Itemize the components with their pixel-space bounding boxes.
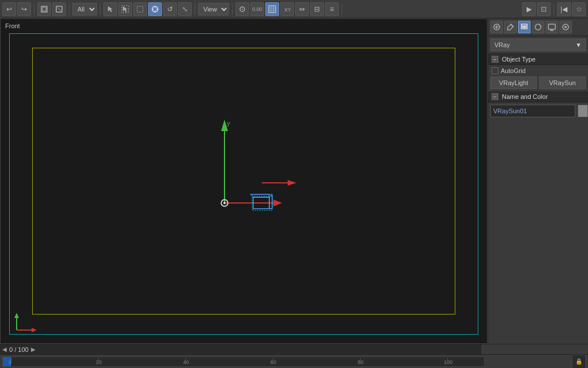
ruler-track: 0 20 40 60 80 100: [2, 356, 485, 367]
move-button[interactable]: [148, 2, 162, 16]
svg-rect-1: [42, 7, 46, 11]
color-swatch[interactable]: [578, 105, 588, 117]
svg-rect-52: [548, 24, 555, 29]
grid-button[interactable]: [265, 2, 279, 16]
scale-button[interactable]: ⤡: [178, 2, 192, 16]
tick-label-80: 80: [358, 359, 363, 365]
svg-text:XY: XY: [284, 7, 291, 13]
extra-btn1[interactable]: |◀: [557, 2, 571, 16]
viewport[interactable]: Front y: [0, 18, 488, 344]
redo-button[interactable]: ↪: [17, 2, 31, 16]
ruler: 0 20 40 60 80 100 🔒: [0, 354, 588, 368]
svg-rect-13: [269, 6, 276, 13]
vray-dropdown[interactable]: VRay ▼: [490, 39, 586, 51]
right-panel: VRay ▼ − Object Type AutoGrid VRayLight …: [488, 18, 588, 344]
autogrid-row: AutoGrid: [490, 67, 586, 74]
name-color-collapse[interactable]: −: [492, 93, 498, 100]
tick-label-40: 40: [183, 359, 189, 365]
svg-point-12: [242, 9, 243, 10]
rp-dropdown-row: VRay ▼: [488, 36, 588, 54]
viewport-label: Front: [5, 22, 20, 29]
separator: [34, 3, 34, 15]
vray-dropdown-label: VRay: [494, 41, 510, 48]
toolbar: ↩ ↪ All ↺ ⤡ View 0.00 XY ⇔ ⊟ ≡ ▶: [0, 0, 588, 18]
timeline: ◀ 0 / 100 ▶: [0, 344, 588, 354]
svg-marker-41: [32, 328, 37, 332]
svg-point-55: [564, 26, 567, 28]
time-display: 0 / 100: [9, 346, 29, 353]
vraysun-button[interactable]: VRaySun: [539, 76, 586, 89]
rp-display-icon[interactable]: [546, 21, 558, 33]
layer-button[interactable]: ≡: [325, 2, 339, 16]
name-color-header[interactable]: − Name and Color: [488, 91, 588, 102]
extra-btn2[interactable]: ☆: [572, 2, 586, 16]
object-type-section: AutoGrid VRayLight VRaySun: [488, 65, 588, 91]
filter-dropdown[interactable]: All: [72, 3, 97, 16]
autogrid-label: AutoGrid: [501, 67, 525, 74]
mirror-button[interactable]: ⇔: [295, 2, 309, 16]
zoom-extents-button[interactable]: 0.00: [250, 2, 264, 16]
object-type-collapse[interactable]: −: [492, 56, 498, 63]
frame-lock-button[interactable]: 🔒: [572, 355, 586, 369]
svg-line-3: [57, 7, 61, 11]
separator6: [342, 3, 342, 15]
align-button[interactable]: ⊟: [310, 2, 324, 16]
vraylight-button[interactable]: VRayLight: [490, 76, 537, 89]
timeline-right: [482, 344, 588, 354]
region-select-button[interactable]: [118, 2, 132, 16]
svg-text:y: y: [227, 120, 230, 126]
rp-hierarchy-icon[interactable]: [518, 21, 531, 33]
svg-point-25: [223, 202, 226, 204]
timeline-prev-button[interactable]: ◀: [2, 346, 7, 352]
svg-rect-5: [137, 6, 143, 12]
svg-marker-39: [14, 313, 19, 318]
sun-object: [250, 191, 273, 212]
snap-button[interactable]: [235, 2, 249, 16]
name-color-section: [488, 102, 588, 120]
rp-utilities-icon[interactable]: [559, 21, 572, 33]
svg-rect-46: [521, 24, 527, 26]
separator2: [69, 3, 69, 15]
rp-create-icon[interactable]: [490, 21, 503, 33]
gizmo: y: [213, 111, 282, 204]
tick-label-0: 0: [9, 359, 11, 365]
ruler-right: [485, 356, 571, 367]
axis-constraint-button[interactable]: XY: [280, 2, 294, 16]
rp-icons: [488, 18, 588, 36]
view-dropdown[interactable]: View: [198, 3, 229, 16]
name-color-row: [490, 105, 586, 117]
tick-label-60: 60: [270, 359, 276, 365]
svg-rect-27: [253, 197, 269, 209]
undo-button[interactable]: ↩: [2, 2, 16, 16]
object-type-buttons: VRayLight VRaySun: [490, 76, 586, 89]
select-mode-button[interactable]: [103, 2, 117, 16]
axis-indicator: [11, 310, 37, 333]
timeline-track: ◀ 0 / 100 ▶: [0, 344, 482, 354]
name-color-title: Name and Color: [502, 93, 548, 100]
tick-label-20: 20: [96, 359, 102, 365]
vray-dropdown-arrow: ▼: [575, 41, 582, 48]
quick-render-button[interactable]: ⊡: [537, 2, 551, 16]
rotate-button[interactable]: ↺: [163, 2, 177, 16]
timeline-next-button[interactable]: ▶: [31, 346, 36, 352]
tick-label-100: 100: [444, 359, 452, 365]
autogrid-checkbox[interactable]: [492, 67, 498, 74]
rp-motion-icon[interactable]: [532, 21, 544, 33]
select-link-button[interactable]: [37, 2, 51, 16]
rp-modify-icon[interactable]: [504, 21, 517, 33]
select-unlink-button[interactable]: [52, 2, 66, 16]
object-name-input[interactable]: [490, 105, 575, 117]
object-type-header[interactable]: − Object Type: [488, 54, 588, 65]
separator3: [100, 3, 100, 15]
fence-select-button[interactable]: [133, 2, 147, 16]
separator7: [554, 3, 554, 15]
object-type-title: Object Type: [502, 56, 536, 63]
separator5: [232, 3, 233, 15]
separator4: [195, 3, 195, 15]
render-setup-button[interactable]: ▶: [522, 2, 536, 16]
main-area: Front y: [0, 18, 588, 344]
